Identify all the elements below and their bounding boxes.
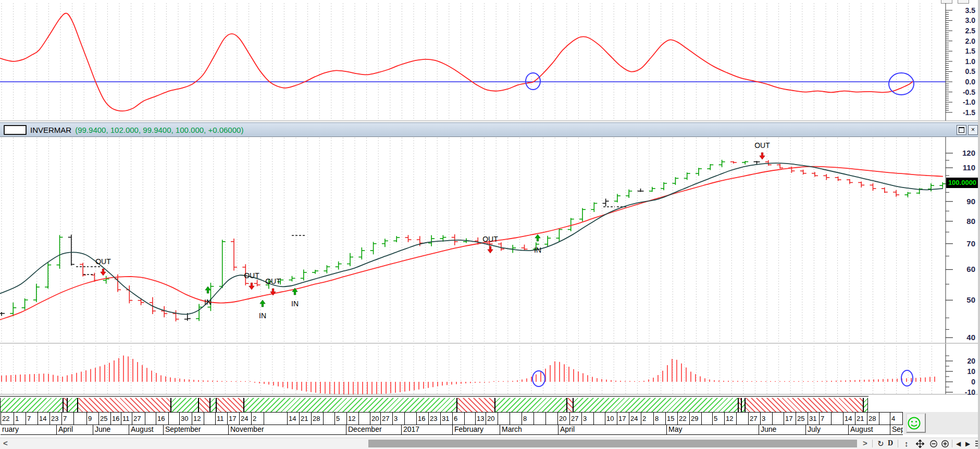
ribbon-bearish-segment xyxy=(63,398,67,412)
svg-text:0.0: 0.0 xyxy=(965,78,976,86)
date-tick-box: 21 xyxy=(299,412,311,425)
date-tick-box: 31 xyxy=(808,412,819,425)
scrollbar-thumb[interactable] xyxy=(368,440,857,447)
month-label: June xyxy=(759,425,805,434)
date-tick-box xyxy=(358,412,370,425)
svg-text:20: 20 xyxy=(967,357,975,365)
svg-text:-1.0: -1.0 xyxy=(963,98,975,106)
date-tick-box: 7 xyxy=(26,412,38,425)
ribbon-bearish-segment xyxy=(745,398,863,412)
toolbar-separator xyxy=(898,440,898,447)
h-scrollbar[interactable]: < > ↻ D ↕ ◀ ▶ xyxy=(0,438,980,449)
svg-text:IN: IN xyxy=(259,311,266,320)
date-tick-box xyxy=(510,412,522,425)
date-tick-box xyxy=(701,412,712,425)
close-icon: × xyxy=(971,127,975,133)
date-tick-box: 23 xyxy=(49,412,61,425)
chart-window-icon xyxy=(4,125,27,135)
month-label: April xyxy=(56,425,93,434)
date-tick-box: 20 xyxy=(370,412,380,425)
date-tick-box: 20 xyxy=(557,412,569,425)
date-tick-box xyxy=(404,412,416,425)
svg-text:0.5: 0.5 xyxy=(965,67,976,76)
date-tick-box: 27 xyxy=(132,412,145,425)
svg-text:OUT: OUT xyxy=(95,257,111,266)
svg-text:90: 90 xyxy=(966,197,975,206)
date-tick-box: 22 xyxy=(677,412,689,425)
ribbon-bullish-segment xyxy=(171,398,199,412)
window-edge xyxy=(978,0,980,449)
ribbon-bullish-segment xyxy=(863,398,868,412)
date-tick-box xyxy=(264,412,287,425)
date-tick-box: 31 xyxy=(440,412,452,425)
current-price-badge: 100.0000 xyxy=(946,178,978,188)
date-tick-box: 10 xyxy=(605,412,617,425)
expert-smiley-button[interactable] xyxy=(906,413,926,433)
date-tick-box xyxy=(534,412,545,425)
date-tick-box: 11 xyxy=(121,412,132,425)
ribbon-bearish-segment xyxy=(457,398,495,412)
date-tick-box: 28 xyxy=(311,412,323,425)
chart-titlebar[interactable]: INVERMAR (99.9400, 102.000, 99.9400, 100… xyxy=(0,122,980,137)
svg-text:OUT: OUT xyxy=(244,271,259,280)
date-tick-box: 27 xyxy=(569,412,581,425)
svg-text:70: 70 xyxy=(966,239,975,248)
date-tick-box xyxy=(464,412,475,425)
page-left-icon[interactable]: ◀ xyxy=(956,440,961,447)
month-label: February xyxy=(452,425,500,434)
maximize-button[interactable] xyxy=(957,125,966,135)
scroll-left-button[interactable]: < xyxy=(3,439,8,447)
svg-text:IN: IN xyxy=(291,300,299,308)
page-right-icon[interactable]: ▶ xyxy=(965,440,970,447)
toolbar-separator xyxy=(952,440,952,447)
svg-text:3.0: 3.0 xyxy=(965,16,976,24)
svg-text:2.0: 2.0 xyxy=(965,37,976,45)
month-label: April xyxy=(558,425,666,434)
date-tick-box xyxy=(736,412,748,425)
date-tick-box: 25 xyxy=(796,412,808,425)
metastock-chart-window: 3.53.02.52.01.51.00.50.0-0.5-1.0-1.5 INV… xyxy=(0,0,980,449)
date-tick-box: 24 xyxy=(629,412,641,425)
date-tick-box xyxy=(323,412,334,425)
scroll-right-button[interactable]: > xyxy=(863,439,867,447)
histogram-panel-chart[interactable]: 20100-10 xyxy=(0,344,980,396)
svg-text:1.0: 1.0 xyxy=(965,57,976,66)
date-tick-box: 14 xyxy=(843,412,855,425)
date-tick-box: 13 xyxy=(475,412,486,425)
date-tick-box: 7 xyxy=(819,412,831,425)
fit-vertical-icon[interactable]: ↕ xyxy=(904,439,909,448)
svg-text:IN: IN xyxy=(204,298,212,306)
month-label: July xyxy=(805,425,848,434)
month-label: November xyxy=(228,425,346,434)
ribbon-bearish-segment xyxy=(216,398,244,412)
price-panel-chart[interactable]: OUTINOUTINOUTINOUTINOUT12011090807060504… xyxy=(0,137,980,344)
date-tick-box xyxy=(879,412,890,425)
date-tick-box: 8 xyxy=(522,412,534,425)
month-label: August xyxy=(848,425,890,434)
date-tick-box xyxy=(498,412,510,425)
date-tick-box xyxy=(831,412,843,425)
svg-text:OUT: OUT xyxy=(265,277,281,285)
date-tick-box: 14 xyxy=(38,412,49,425)
periodicity-button[interactable]: D xyxy=(888,439,893,447)
date-tick-box: 16 xyxy=(416,412,428,425)
svg-text:OUT: OUT xyxy=(754,141,770,149)
indicator-panel-chart[interactable]: 3.53.02.52.01.51.00.50.0-0.5-1.0-1.5 xyxy=(0,0,980,122)
ribbon-bullish-segment xyxy=(0,398,63,412)
date-tick-box xyxy=(168,412,179,425)
date-tick-box xyxy=(545,412,557,425)
svg-text:10: 10 xyxy=(967,367,975,376)
svg-text:60: 60 xyxy=(966,265,975,273)
date-tick-box: 8 xyxy=(653,412,665,425)
date-tick-box: 3 xyxy=(760,412,772,425)
close-button[interactable]: × xyxy=(968,125,978,135)
date-tick-box: 27 xyxy=(748,412,760,425)
date-tick-box xyxy=(772,412,784,425)
date-tick-box: 14 xyxy=(287,412,299,425)
refresh-icon[interactable]: ↻ xyxy=(877,439,884,448)
date-tick-box: 3 xyxy=(392,412,404,425)
date-tick-box: 5 xyxy=(712,412,724,425)
date-tick-box: 1 xyxy=(14,412,26,425)
date-axis: 2217142379251611271630121117242142128512… xyxy=(1,412,903,425)
symbol-name: INVERMAR xyxy=(30,126,71,134)
